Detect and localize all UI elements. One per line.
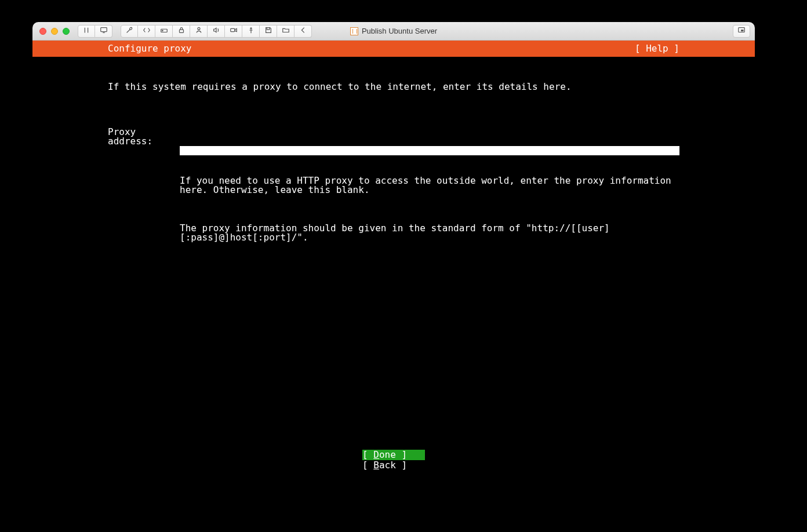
intro-text: If this system requires a proxy to conne… xyxy=(108,82,679,92)
svg-point-4 xyxy=(198,27,200,30)
svg-rect-0 xyxy=(100,27,107,31)
svg-rect-7 xyxy=(741,30,743,31)
floppy-icon xyxy=(264,26,272,37)
pip-icon xyxy=(737,26,746,37)
back-button[interactable]: [ Back ] xyxy=(362,460,425,471)
camera-button[interactable] xyxy=(225,25,242,38)
pause-icon xyxy=(82,26,90,37)
usb-button[interactable] xyxy=(242,25,260,38)
proxy-hint-1: If you need to use a HTTP proxy to acces… xyxy=(180,176,679,195)
svg-point-2 xyxy=(162,30,162,31)
screen-title: Configure proxy xyxy=(108,44,192,53)
settings-button[interactable] xyxy=(121,25,138,38)
svg-rect-3 xyxy=(179,30,183,32)
window-title-text: Publish Ubuntu Server xyxy=(362,27,437,35)
hdd-icon xyxy=(160,26,168,37)
hdd-button[interactable] xyxy=(155,25,173,38)
installer-screen: Configure proxy [ Help ] If this system … xyxy=(32,41,755,478)
proxy-address-label: Proxy address: xyxy=(108,127,180,146)
installer-content: If this system requires a proxy to conne… xyxy=(32,57,755,279)
wrench-icon xyxy=(125,26,133,37)
proxy-address-input[interactable] xyxy=(180,146,679,155)
sound-button[interactable] xyxy=(208,25,225,38)
collapse-toolbar-button[interactable] xyxy=(295,25,312,38)
installer-footer: [ Done ] [ Back ] xyxy=(32,450,755,471)
installer-header: Configure proxy [ Help ] xyxy=(32,41,755,57)
minimize-window-button[interactable] xyxy=(51,28,58,35)
svg-rect-5 xyxy=(230,28,234,31)
display-settings-icon xyxy=(100,26,108,37)
help-button[interactable]: [ Help ] xyxy=(635,44,679,53)
sound-icon xyxy=(212,26,220,37)
proxy-row: Proxy address: If you need to use a HTTP… xyxy=(108,127,679,261)
proxy-hint-2: The proxy information should be given in… xyxy=(180,224,679,242)
zoom-window-button[interactable] xyxy=(63,28,70,35)
traffic-lights xyxy=(39,28,70,35)
lock-icon xyxy=(177,26,186,37)
user-button[interactable] xyxy=(190,25,208,38)
person-icon xyxy=(195,26,203,37)
chevron-left-icon xyxy=(299,26,307,37)
display-settings-button[interactable] xyxy=(95,25,112,38)
shared-folder-button[interactable] xyxy=(277,25,295,38)
window-titlebar: Publish Ubuntu Server xyxy=(32,22,755,41)
toolbar-group-devices xyxy=(121,25,312,38)
camera-icon xyxy=(230,26,238,37)
security-button[interactable] xyxy=(173,25,190,38)
pause-button[interactable] xyxy=(78,25,95,38)
app-icon xyxy=(350,27,358,35)
picture-in-picture-button[interactable] xyxy=(733,25,750,38)
floppy-button[interactable] xyxy=(260,25,277,38)
code-button[interactable] xyxy=(138,25,155,38)
close-window-button[interactable] xyxy=(39,28,46,35)
folder-share-icon xyxy=(282,26,290,37)
vm-window: Publish Ubuntu Server Configure proxy [ … xyxy=(32,22,755,478)
code-icon xyxy=(143,26,151,37)
done-button[interactable]: [ Done ] xyxy=(362,450,425,460)
toolbar-group-vm xyxy=(78,25,112,38)
usb-icon xyxy=(247,26,255,37)
